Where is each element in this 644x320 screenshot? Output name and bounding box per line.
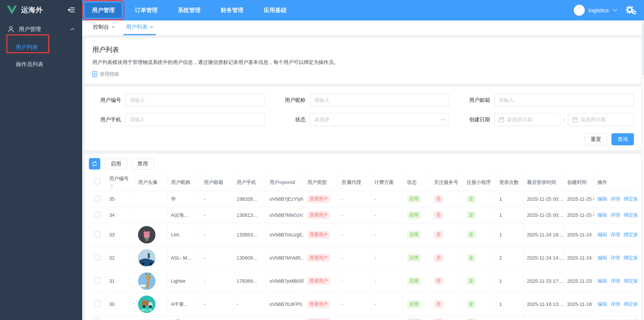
topnav-tab-3[interactable]: 财务管理 [214,3,250,18]
topnav-tab-4[interactable]: 应用基础 [256,3,294,18]
column-header-12: 登录次数 [496,174,524,191]
registered-cell-badge: 是 [466,318,476,320]
actions-cell: 编辑详情绑定操作员 [594,269,637,293]
detail-link[interactable]: 详情 [610,319,620,320]
status-cell: 启用 [404,191,430,207]
bind-operator-link[interactable]: 绑定操作员 [624,278,637,283]
row-checkbox[interactable] [94,195,100,202]
bind-operator-link[interactable]: 绑定操作员 [624,319,637,320]
detail-link[interactable]: 详情 [610,196,620,201]
status-select-input[interactable] [314,117,440,123]
field-label: 用户昵称 [277,97,306,104]
query-button[interactable]: 查询 [612,133,634,145]
field-label: 用户邮箱 [461,97,490,104]
topnav-tab-0[interactable]: 用户管理 [85,3,122,18]
sidebar-item-user-management[interactable]: 用户管理 [0,20,82,39]
bind-operator-link[interactable]: 绑定操作员 [624,232,637,237]
agent-cell-link: - [342,301,343,307]
collapse-sidebar-icon[interactable] [68,7,75,13]
last-login-cell: 2025-11-18 13:... [524,293,564,316]
column-header-14: 创建时间 [564,174,594,191]
edit-link[interactable]: 编辑 [598,319,607,320]
sidebar-item-operator-list[interactable]: 操作员列表 [0,56,82,73]
email-input[interactable] [499,97,630,103]
table-row: 30物流运输A中泰...--oVb8B7tUtFP0...普通用户--启用否是1… [89,293,637,316]
edit-link[interactable]: 编辑 [598,255,607,260]
chevron-down-icon[interactable] [612,9,618,12]
table-row: 32ASL- M...-130609...oVb8B7kFA85...普通用户-… [89,246,637,269]
date-start-picker[interactable] [494,113,560,126]
row-checkbox[interactable] [94,254,100,261]
followed-cell: 否 [430,191,463,207]
date-end-input[interactable] [580,117,630,123]
bind-operator-link[interactable]: 绑定操作员 [624,212,637,218]
actions-cell: 编辑详情绑定操作员 [594,293,637,316]
status-cell: 启用 [404,293,430,316]
row-checkbox[interactable] [94,300,100,307]
phone-cell: 130609... [233,246,266,269]
close-icon[interactable]: × [112,24,115,30]
column-header-0: 用户编号 [106,174,134,191]
table-toolbar: 启用 禁用 [89,158,637,169]
field-phone: 用户手机 [92,113,265,126]
row-select-cell [89,207,106,223]
avatar-cell [134,269,167,293]
email-cell: - [200,246,233,269]
edit-link[interactable]: 编辑 [598,301,607,307]
tab-user-list[interactable]: 用户列表 × [120,23,159,35]
user-type-cell: 普通用户 [304,223,338,246]
detail-link[interactable]: 详情 [610,278,620,283]
login-count-cell: 1 [496,293,524,316]
topnav-tab-1[interactable]: 订单管理 [128,3,165,18]
status-cell-badge: 启用 [407,300,421,308]
status-select[interactable] [310,113,450,126]
sidebar-item-user-list[interactable]: 用户列表 [0,39,82,56]
refresh-button[interactable] [89,158,100,169]
user-avatar-image [138,272,156,290]
user-id-cell: 31 [106,269,134,293]
created-cell: 2025-11-25 00:... [564,207,594,223]
date-end-picker[interactable] [568,113,634,126]
detail-link[interactable]: 详情 [610,232,620,237]
date-start-input[interactable] [507,117,556,123]
edit-link[interactable]: 编辑 [598,232,607,237]
usage-guide-link[interactable]: 使用指南 [92,71,634,78]
followed-cell: 否 [430,269,463,293]
scrollbar[interactable] [642,21,644,320]
nickname-input[interactable] [314,97,445,103]
bind-operator-link[interactable]: 绑定操作员 [624,301,637,307]
phone-input[interactable] [130,117,260,123]
user-type-cell-badge: 普通用户 [307,195,330,203]
bind-operator-link[interactable]: 绑定操作员 [624,196,637,201]
user-id-input[interactable] [130,97,260,103]
settings-gear-icon[interactable] [626,5,636,15]
sort-icon[interactable] [110,184,113,188]
row-checkbox[interactable] [94,231,100,237]
row-checkbox[interactable] [94,211,100,218]
row-checkbox[interactable] [94,318,100,320]
select-all-checkbox[interactable] [94,178,100,184]
user-icon [8,26,14,33]
close-icon[interactable]: × [150,24,153,30]
edit-link[interactable]: 编辑 [598,278,607,283]
disable-button[interactable]: 禁用 [132,158,154,169]
account-avatar[interactable] [574,5,585,16]
edit-link[interactable]: 编辑 [598,196,607,201]
bind-operator-link[interactable]: 绑定操作员 [624,255,637,260]
detail-link[interactable]: 详情 [610,255,620,260]
enable-button[interactable]: 启用 [105,158,127,169]
chevron-down-icon [440,118,445,121]
reset-button[interactable]: 重置 [585,133,607,145]
detail-link[interactable]: 详情 [610,301,620,307]
page-title: 用户列表 [92,45,634,54]
edit-link[interactable]: 编辑 [598,212,607,218]
topnav-tab-2[interactable]: 系统管理 [171,3,208,18]
email-cell: - [200,269,233,293]
user-type-cell-badge: 普通用户 [307,318,330,320]
detail-link[interactable]: 详情 [610,212,620,218]
last-login-cell: 2025-11-24 18:... [524,223,564,246]
account-name[interactable]: logistics [588,7,609,14]
tab-console[interactable]: 控制台 × [87,23,120,35]
scrollbar-thumb[interactable] [642,22,644,75]
row-checkbox[interactable] [94,277,100,284]
